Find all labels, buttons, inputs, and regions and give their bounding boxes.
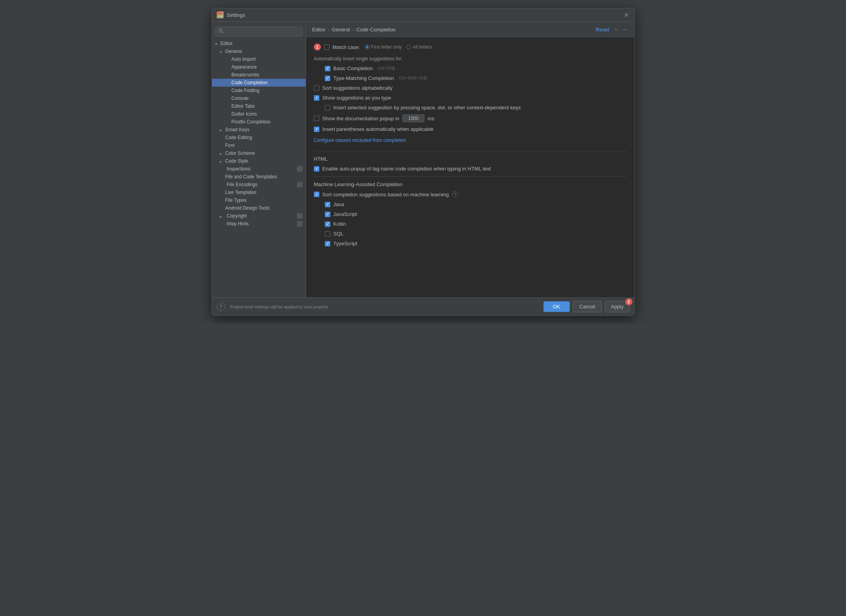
radio-all-letters[interactable]: All letters (406, 44, 432, 50)
sidebar-item-code-folding[interactable]: Code Folding (212, 87, 306, 94)
back-button[interactable]: ← (614, 26, 620, 33)
apply-button[interactable]: Apply 2 (605, 301, 630, 312)
basic-completion-row: Basic Completion Ctrl+空格 (325, 65, 627, 71)
svg-rect-2 (218, 15, 220, 17)
chevron-right-icon (220, 127, 225, 132)
radio-all-label: All letters (413, 44, 432, 50)
ml-sort-checkbox[interactable] (314, 192, 319, 197)
ok-button[interactable]: OK (543, 301, 570, 312)
sidebar-item-label: Color Scheme (225, 150, 255, 156)
bottom-bar: ? Project-level settings will be applied… (212, 297, 634, 315)
breadcrumb-separator2: › (352, 27, 354, 33)
sidebar-item-inspections[interactable]: Inspections (212, 165, 306, 173)
ml-ts-checkbox[interactable] (325, 241, 330, 246)
sidebar-item-label: Smart Keys (225, 127, 250, 132)
sort-alpha-label: Sort suggestions alphabetically (322, 85, 393, 91)
chevron-icon (220, 143, 225, 148)
copyright-badge-icon (297, 213, 303, 219)
sidebar-item-label: Copyright (227, 213, 247, 219)
match-case-label: Match case: (333, 44, 360, 50)
help-button[interactable]: ? (217, 303, 225, 311)
dialog-title: Settings (227, 12, 245, 18)
ml-js-row: JavaScript (325, 211, 627, 217)
insert-parens-row: Insert parentheses automatically when ap… (314, 126, 627, 132)
sidebar-item-file-code-templates[interactable]: File and Code Templates (212, 173, 306, 181)
doc-popup-ms-input[interactable] (402, 114, 424, 122)
sidebar-item-label: Android Design Tools (225, 205, 270, 211)
svg-rect-0 (218, 13, 220, 14)
chevron-down-icon (220, 49, 225, 54)
forward-button[interactable]: → (622, 26, 628, 33)
radio-first-letter[interactable]: First letter only (365, 44, 402, 50)
radio-dot-all[interactable] (406, 45, 411, 49)
sidebar-item-file-encodings[interactable]: File Encodings (212, 181, 306, 188)
ml-kotlin-checkbox[interactable] (325, 221, 330, 227)
divider-ml (314, 176, 627, 177)
sidebar-item-general[interactable]: General (212, 47, 306, 55)
sidebar-item-code-style[interactable]: Code Style (212, 157, 306, 165)
chevron-icon (226, 96, 231, 101)
sidebar-item-font[interactable]: Font (212, 141, 306, 149)
sidebar-item-breadcrumbs[interactable]: Breadcrumbs (212, 71, 306, 79)
sidebar-item-label: Console (232, 96, 249, 101)
sidebar-item-live-templates[interactable]: Live Templates (212, 188, 306, 196)
ml-java-label: Java (333, 201, 344, 207)
sidebar-item-code-completion[interactable]: Code Completion (212, 79, 306, 87)
sidebar-item-copyright[interactable]: Copyright (212, 212, 306, 220)
search-input[interactable] (226, 29, 299, 34)
show-doc-popup-label: Show the documentation popup in (322, 116, 400, 121)
sort-alpha-checkbox[interactable] (314, 85, 319, 91)
html-auto-popup-checkbox[interactable] (314, 166, 319, 172)
insert-parens-checkbox[interactable] (314, 127, 319, 132)
chevron-right-icon (220, 214, 225, 218)
sidebar-item-editor-tabs[interactable]: Editor Tabs (212, 102, 306, 110)
sidebar-item-postfix-completion[interactable]: Postfix Completion (212, 118, 306, 126)
reset-button[interactable]: Reset (596, 27, 609, 33)
search-box[interactable] (215, 27, 303, 36)
svg-line-5 (222, 32, 223, 33)
ml-help-icon[interactable]: ? (452, 191, 458, 197)
chevron-right-icon (220, 159, 225, 163)
sidebar-item-console[interactable]: Console (212, 94, 306, 102)
sidebar-item-auto-import[interactable]: Auto Import (212, 55, 306, 63)
type-matching-row: Type-Matching Completion Ctrl+Shift+空格 (325, 75, 627, 81)
insert-by-key-checkbox[interactable] (325, 105, 330, 111)
chevron-icon (226, 88, 231, 93)
show-suggestions-label: Show suggestions as you type (322, 95, 391, 101)
svg-rect-3 (221, 15, 223, 17)
html-section-title: HTML (314, 156, 627, 162)
ml-java-checkbox[interactable] (325, 202, 330, 207)
sidebar-item-inlay-hints[interactable]: Inlay Hints (212, 220, 306, 228)
ml-section-title: Machine Learning-Assisted Completion (314, 181, 627, 187)
sidebar-item-label: Postfix Completion (232, 119, 271, 125)
chevron-icon (220, 198, 225, 203)
chevron-icon (226, 72, 231, 77)
ml-js-checkbox[interactable] (325, 212, 330, 217)
configure-classes-link[interactable]: Configure classes excluded from completi… (314, 138, 406, 143)
sidebar-item-code-editing[interactable]: Code Editing (212, 134, 306, 141)
sidebar-item-android-design-tools[interactable]: Android Design Tools (212, 204, 306, 212)
ml-sql-checkbox[interactable] (325, 231, 330, 237)
radio-dot-first[interactable] (365, 45, 370, 49)
dialog-body: Editor General Auto Import Appearance Br… (212, 22, 634, 297)
ml-js-label: JavaScript (333, 211, 357, 217)
sidebar-item-editor[interactable]: Editor (212, 40, 306, 47)
chevron-icon (226, 57, 231, 62)
sidebar-item-smart-keys[interactable]: Smart Keys (212, 126, 306, 134)
cancel-button[interactable]: Cancel (573, 301, 602, 312)
sidebar-item-file-types[interactable]: File Types (212, 196, 306, 204)
type-matching-checkbox[interactable] (325, 76, 330, 81)
basic-completion-checkbox[interactable] (325, 66, 330, 71)
search-icon (219, 29, 223, 34)
show-suggestions-checkbox[interactable] (314, 95, 319, 101)
sidebar-item-color-scheme[interactable]: Color Scheme (212, 149, 306, 157)
show-doc-popup-checkbox[interactable] (314, 116, 319, 121)
chevron-icon (220, 135, 225, 140)
radio-first-label: First letter only (371, 44, 402, 50)
close-button[interactable]: ✕ (623, 12, 630, 18)
match-case-checkbox[interactable] (324, 44, 330, 50)
sidebar-item-appearance[interactable]: Appearance (212, 63, 306, 71)
sidebar-item-label: Inspections (227, 166, 251, 172)
ml-sort-label: Sort completion suggestions based on mac… (322, 192, 449, 197)
sidebar-item-gutter-icons[interactable]: Gutter Icons (212, 110, 306, 118)
